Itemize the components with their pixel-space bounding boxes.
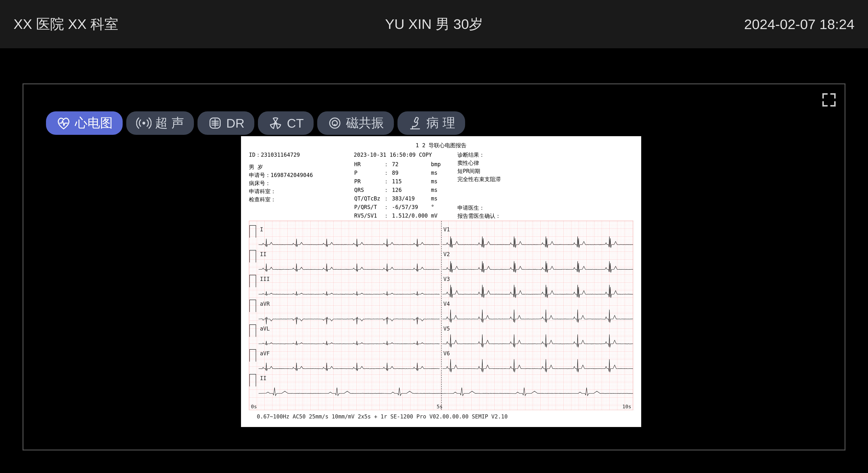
- lead-label: V6: [443, 350, 450, 357]
- lead-label: III: [260, 276, 270, 282]
- meas-value: 1.512/0.000: [392, 212, 431, 220]
- meas-colon: ：: [383, 195, 392, 203]
- lead-row: aVFV6: [249, 356, 633, 381]
- meas-key: QT/QTcBz: [354, 195, 383, 203]
- microscope-icon: [407, 116, 423, 131]
- tab-label: 超 声: [155, 115, 184, 132]
- header-datetime: 2024-02-07 18:24: [574, 16, 855, 32]
- meas-key: P: [354, 169, 383, 177]
- lead-label: V5: [443, 325, 450, 332]
- meas-value: 383/419: [392, 195, 431, 203]
- meas-colon: ：: [383, 169, 392, 177]
- meas-value: 115: [392, 178, 431, 186]
- meas-key: P/QRS/T: [354, 203, 383, 211]
- measurement-row: QT/QTcBz：383/419ms: [354, 195, 443, 203]
- meas-unit: mV: [431, 212, 443, 220]
- svg-point-9: [334, 124, 336, 126]
- ecg-trace: [249, 257, 633, 282]
- header-bar: XX 医院 XX 科室 YU XIN 男 30岁 2024-02-07 18:2…: [0, 0, 868, 48]
- radiation-icon: [268, 116, 283, 131]
- xray-icon: [208, 116, 223, 131]
- tab-label: DR: [226, 116, 245, 130]
- meas-colon: ：: [383, 203, 392, 211]
- meas-value: -6/57/39: [392, 203, 431, 211]
- tab-label: 心电图: [75, 115, 113, 132]
- lead-label: V3: [443, 276, 450, 282]
- diagnosis-block: 诊断结果： 窦性心律 短PR间期 完全性右束支阻滞: [458, 151, 501, 183]
- ultrasound-icon: [136, 116, 152, 131]
- meas-key: HR: [354, 160, 383, 168]
- request-dept-label: 申请科室：: [249, 187, 313, 195]
- tab-mri[interactable]: 磁共振: [317, 112, 394, 135]
- measurement-row: PR：115ms: [354, 178, 443, 186]
- meas-key: RV5/SV1: [354, 212, 383, 220]
- svg-rect-10: [414, 117, 419, 123]
- measurement-row: RV5/SV1：1.512/0.000mV: [354, 212, 443, 220]
- patient-summary: YU XIN 男 30岁: [294, 14, 574, 34]
- meas-key: QRS: [354, 186, 383, 194]
- ecg-trace: [249, 282, 633, 307]
- lead-row: aVRV4: [249, 307, 633, 332]
- meas-unit: ms: [431, 195, 443, 203]
- tab-label: 磁共振: [346, 115, 384, 132]
- meas-value: 72: [392, 160, 431, 168]
- bed-label: 病床号：: [249, 179, 313, 187]
- meas-colon: ：: [383, 160, 392, 168]
- tab-ct[interactable]: CT: [258, 112, 314, 135]
- meas-unit: bmp: [431, 160, 443, 168]
- lead-label: aVL: [260, 325, 270, 332]
- diagnosis-line: 短PR间期: [458, 167, 501, 175]
- measurement-row: HR：72bmp: [354, 160, 443, 168]
- tab-ultrasound[interactable]: 超 声: [126, 112, 194, 135]
- measurement-table: HR：72bmpP：89msPR：115msQRS：126msQT/QTcBz：…: [354, 160, 444, 229]
- meas-unit: °: [431, 203, 443, 211]
- request-no-label: 申请号：: [249, 172, 271, 178]
- tab-pathology[interactable]: 病 理: [398, 112, 465, 135]
- id-value: 231031164729: [261, 152, 300, 158]
- modality-tabs: 心电图 超 声: [24, 84, 844, 135]
- time-scale: 0s 5s 10s: [251, 404, 631, 409]
- lead-label: aVF: [260, 350, 270, 357]
- scale-0s: 0s: [251, 404, 257, 409]
- meas-value: 126: [392, 186, 431, 194]
- signoff-block: 申请医生： 报告需医生确认：: [458, 204, 501, 220]
- meas-unit: ms: [431, 178, 443, 186]
- expand-icon[interactable]: [821, 92, 837, 108]
- recording-settings: 0.67~100Hz AC50 25mm/s 10mm/mV 2x5s + 1r…: [257, 413, 508, 420]
- lead-label: V2: [443, 251, 450, 257]
- ecg-trace: [249, 356, 633, 381]
- measurement-row: P/QRS/T：-6/57/39°: [354, 203, 443, 211]
- meas-value: 89: [392, 169, 431, 177]
- ecg-trace: [249, 381, 633, 406]
- lead-label: I: [260, 226, 263, 233]
- scale-5s: 5s: [437, 404, 443, 409]
- hospital-department: XX 医院 XX 科室: [13, 14, 294, 34]
- lead-row: IIIV3: [249, 282, 633, 307]
- tab-ecg[interactable]: 心电图: [46, 112, 123, 135]
- lead-label: V1: [443, 226, 450, 233]
- lead-label: II: [260, 251, 267, 257]
- meas-unit: ms: [431, 169, 443, 177]
- ecg-report-sheet: 1 2 导联心电图报告 ID：231031164729 男 岁 申请号：1698…: [241, 136, 641, 427]
- capture-timestamp: 2023-10-31 16:50:09 COPY: [354, 151, 444, 160]
- request-no-value: 1698742049046: [271, 172, 313, 178]
- scale-10s: 10s: [622, 404, 631, 409]
- lead-row: II: [249, 381, 633, 406]
- confirm-note: 报告需医生确认：: [458, 212, 501, 220]
- ecg-icon: [56, 116, 71, 131]
- id-label: ID：: [249, 152, 261, 158]
- svg-point-7: [330, 118, 340, 128]
- meas-colon: ：: [383, 186, 392, 194]
- diagnosis-line: 完全性右束支阻滞: [458, 175, 501, 183]
- ecg-trace: [249, 307, 633, 332]
- meas-colon: ：: [383, 178, 392, 186]
- ecg-trace: [249, 232, 633, 257]
- measurement-block: 2023-10-31 16:50:09 COPY HR：72bmpP：89msP…: [354, 151, 444, 229]
- tab-label: 病 理: [426, 115, 455, 132]
- sex-age: 男 岁: [249, 163, 313, 171]
- mri-icon: [327, 116, 342, 131]
- measurement-row: P：89ms: [354, 169, 443, 177]
- tab-dr[interactable]: DR: [197, 112, 254, 135]
- diagnosis-line: 窦性心律: [458, 159, 501, 167]
- lead-row: aVLV5: [249, 332, 633, 356]
